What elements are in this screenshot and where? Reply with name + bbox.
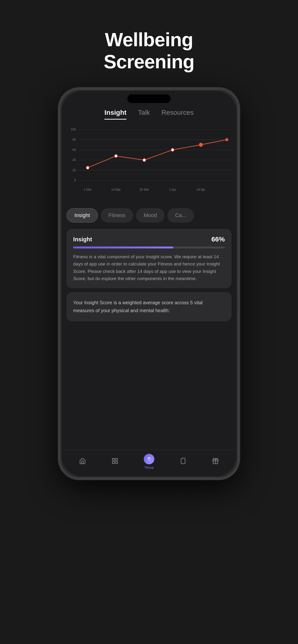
svg-text:25 Mar: 25 Mar — [139, 188, 149, 192]
svg-point-12 — [86, 166, 89, 170]
tab-talk[interactable]: Talk — [138, 109, 150, 120]
insight-card-percent: 66% — [211, 236, 225, 243]
svg-point-17 — [225, 138, 228, 141]
svg-rect-23 — [112, 458, 114, 460]
filter-tabs: Insight Fitness Mood Ca... — [62, 206, 236, 225]
svg-text:40: 40 — [72, 158, 76, 162]
phone-wrapper: Insight Talk Resources — [58, 87, 240, 614]
nav-item-gift[interactable] — [212, 458, 219, 466]
svg-rect-25 — [115, 462, 117, 463]
svg-text:0: 0 — [74, 178, 76, 182]
svg-rect-24 — [115, 458, 117, 460]
svg-rect-26 — [112, 462, 114, 463]
nav-item-chart[interactable] — [112, 458, 118, 466]
filter-ca[interactable]: Ca... — [168, 208, 194, 222]
info-text: Your Insight Score is a weighted average… — [73, 299, 225, 314]
bottom-nav: Thrive — [62, 450, 236, 476]
svg-text:20: 20 — [72, 168, 76, 172]
svg-point-14 — [143, 158, 146, 162]
svg-text:1 Mar: 1 Mar — [84, 188, 92, 192]
phone-screen: Insight Talk Resources — [62, 91, 236, 476]
svg-text:80: 80 — [72, 138, 76, 142]
content-scroll: Insight 66% Fitness is a vital component… — [62, 225, 236, 450]
svg-text:14 Mar: 14 Mar — [111, 188, 121, 192]
nav-tabs: Insight Talk Resources — [62, 103, 236, 120]
dynamic-island — [127, 94, 171, 103]
page-title: Wellbeing Screening — [104, 29, 194, 73]
svg-text:60: 60 — [72, 148, 76, 152]
svg-text:100: 100 — [71, 128, 76, 131]
nav-item-home[interactable] — [79, 458, 86, 466]
chart-icon — [112, 458, 118, 466]
insight-card-label: Insight — [73, 236, 92, 243]
nav-item-clipboard[interactable] — [180, 458, 186, 466]
gift-icon — [212, 458, 219, 466]
thrive-icon — [144, 454, 154, 464]
chart-area: 100 80 60 40 20 0 — [62, 120, 236, 206]
tab-insight[interactable]: Insight — [104, 109, 126, 120]
svg-text:14 Apr: 14 Apr — [197, 188, 205, 192]
svg-point-15 — [171, 148, 174, 152]
clipboard-icon — [180, 458, 186, 466]
svg-rect-27 — [181, 458, 185, 464]
nav-item-thrive[interactable]: Thrive — [144, 454, 154, 470]
svg-point-16 — [199, 143, 203, 147]
filter-fitness[interactable]: Fitness — [101, 208, 133, 222]
thrive-label: Thrive — [144, 466, 154, 470]
phone-frame: Insight Talk Resources — [58, 87, 240, 480]
page-background: Wellbeing Screening Insight Talk Resourc… — [0, 0, 298, 644]
home-icon — [79, 458, 86, 466]
filter-mood[interactable]: Mood — [136, 208, 165, 222]
info-card: Your Insight Score is a weighted average… — [66, 292, 232, 321]
tab-resources[interactable]: Resources — [162, 109, 194, 120]
svg-text:1 Apr: 1 Apr — [169, 188, 176, 192]
svg-point-13 — [115, 154, 117, 158]
progress-bar — [73, 246, 225, 248]
filter-insight[interactable]: Insight — [66, 208, 98, 222]
insight-description: Fitness is a vital component of your Ins… — [73, 253, 225, 282]
progress-fill — [73, 246, 173, 248]
insight-card: Insight 66% Fitness is a vital component… — [66, 229, 232, 288]
